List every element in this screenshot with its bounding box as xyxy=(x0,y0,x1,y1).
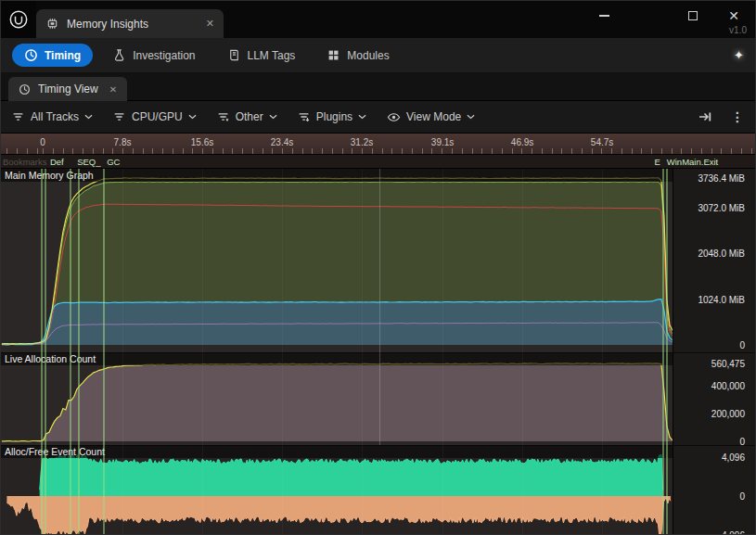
toolbar-button-llm-tags[interactable]: LLM Tags xyxy=(215,44,308,67)
memory-chip-icon xyxy=(45,17,59,31)
track-live-allocation-count[interactable] xyxy=(1,352,673,445)
bookmark-label[interactable]: SEQ_ xyxy=(77,157,100,167)
tab-timing-view-label: Timing View xyxy=(38,83,98,96)
toolbar-label-investigation: Investigation xyxy=(133,49,195,62)
scale-label: 2048.0 MiB xyxy=(698,248,745,259)
memory-insights-tab[interactable]: Memory Insights ✕ xyxy=(36,9,224,38)
bookmark-label[interactable]: GC xyxy=(107,157,120,167)
scale-label: 1024.0 MiB xyxy=(698,294,745,304)
dropdown-label: Plugins xyxy=(316,110,352,123)
tab-close-icon[interactable]: ✕ xyxy=(109,84,117,95)
filter-list-icon xyxy=(113,110,126,123)
dropdown-label: CPU/GPU xyxy=(132,110,183,123)
free-events-area xyxy=(6,496,671,535)
bookmark-label[interactable]: WinMain.Exit xyxy=(667,157,718,167)
dropdown-all-tracks[interactable]: All Tracks xyxy=(12,110,93,123)
scale-label: -4,096 xyxy=(719,530,745,535)
dropdown-label: View Mode xyxy=(406,110,461,123)
memory-insights-window: Memory Insights ✕ ✕ v1.0 Timing Investig… xyxy=(0,0,756,535)
filter-toolbar-right: ⋮ xyxy=(698,109,744,124)
value-scale-live-allocation: 560,475400,000200,0000 xyxy=(673,352,756,445)
tab-close-icon[interactable]: ✕ xyxy=(206,18,214,30)
ruler-tick-label: 15.6s xyxy=(191,137,213,147)
tab-title: Memory Insights xyxy=(67,18,148,31)
unreal-logo-icon[interactable] xyxy=(1,1,36,38)
toolbar-button-timing[interactable]: Timing xyxy=(12,44,93,67)
ruler-tick-label: 7.8s xyxy=(114,137,132,147)
value-scale-main-memory: 3736.4 MiB3072.0 MiB2048.0 MiB1024.0 MiB… xyxy=(673,169,756,352)
toolbar-button-modules[interactable]: Modules xyxy=(314,44,401,67)
scale-label: 560,475 xyxy=(711,359,745,369)
tab-timing-view[interactable]: Timing View ✕ xyxy=(8,77,127,101)
value-scale-event-count: 4,0960-4,096 xyxy=(673,445,756,535)
ruler-tick-label: 54.7s xyxy=(591,137,613,147)
minimize-icon xyxy=(599,15,609,17)
scale-label: 200,000 xyxy=(711,409,745,419)
dropdown-label: Other xyxy=(236,110,263,123)
toolbar-label-timing: Timing xyxy=(45,49,81,62)
dropdown-other[interactable]: Other xyxy=(217,110,277,123)
ruler-tick-label: 39.1s xyxy=(431,137,454,147)
dropdown-view-mode[interactable]: View Mode xyxy=(387,110,475,124)
scale-label: 3736.4 MiB xyxy=(698,173,745,184)
filter-toolbar: All Tracks CPU/GPU Other xyxy=(1,101,755,134)
bookmark-label[interactable]: Def xyxy=(50,157,64,167)
toolbar-label-llm-tags: LLM Tags xyxy=(248,49,296,62)
bookmarks-row[interactable]: Bookmarks DefSEQ_GCEWinMain.Exit xyxy=(1,155,755,169)
main-toolbar: Timing Investigation LLM Tags Modules xyxy=(1,38,755,73)
bookmarks-row-label: Bookmarks xyxy=(3,157,47,167)
clock-icon xyxy=(19,83,31,96)
dropdown-plugins[interactable]: Plugins xyxy=(298,110,366,123)
ruler-tick-label: 31.2s xyxy=(351,137,373,147)
version-label: v1.0 xyxy=(729,25,747,35)
chevron-down-icon xyxy=(269,114,277,120)
used-physical-area xyxy=(2,299,673,345)
dropdown-cpu-gpu[interactable]: CPU/GPU xyxy=(113,110,197,123)
bookmark-label[interactable]: E xyxy=(655,157,660,167)
modules-grid-icon xyxy=(327,48,340,62)
track-header-alloc-free-event-count[interactable]: Alloc/Free Event Count xyxy=(1,445,673,458)
ruler-tick-label: 0 xyxy=(40,137,45,147)
dropdown-label: All Tracks xyxy=(31,110,79,123)
toolbar-button-investigation[interactable]: Investigation xyxy=(100,44,207,67)
scale-label: 0 xyxy=(739,491,745,502)
ruler-tick-label: 46.9s xyxy=(511,137,533,147)
clock-icon xyxy=(24,48,38,62)
jump-to-end-icon[interactable] xyxy=(698,109,712,124)
live-allocations-area xyxy=(2,363,673,441)
track-header-live-allocation-count[interactable]: Live Allocation Count xyxy=(1,352,673,365)
ruler-tick-label: 23.4s xyxy=(271,137,293,147)
kebab-menu-icon[interactable]: ⋮ xyxy=(731,109,744,124)
alloc-free-event-plot[interactable] xyxy=(1,446,673,535)
window-controls: ✕ xyxy=(594,6,744,25)
scale-label: 400,000 xyxy=(711,381,745,391)
time-ruler[interactable]: 07.8s15.6s23.4s31.2s39.1s46.9s54.7s xyxy=(1,134,755,155)
titlebar: Memory Insights ✕ ✕ v1.0 xyxy=(1,1,755,38)
track-alloc-free-event-count[interactable] xyxy=(1,445,673,535)
filter-list-icon xyxy=(12,110,25,123)
eye-icon xyxy=(387,110,401,124)
maximize-icon xyxy=(688,11,698,20)
track-main-memory-graph[interactable] xyxy=(1,169,673,352)
chevron-down-icon xyxy=(188,114,197,120)
chevron-down-icon xyxy=(467,114,475,120)
minimize-button[interactable] xyxy=(594,6,614,25)
chevron-down-icon xyxy=(84,114,93,120)
maximize-button[interactable] xyxy=(683,6,703,25)
live-allocation-plot[interactable] xyxy=(1,353,673,445)
track-header-main-memory-graph[interactable]: Main Memory Graph xyxy=(1,169,673,182)
filter-star-icon xyxy=(217,110,230,123)
main-memory-graph-plot[interactable] xyxy=(1,169,673,352)
scale-label: 3072.0 MiB xyxy=(698,203,745,213)
scale-label: 0 xyxy=(739,340,745,350)
firefly-icon[interactable]: ✦ xyxy=(734,48,744,62)
filter-plugin-icon xyxy=(298,110,311,123)
close-button[interactable]: ✕ xyxy=(724,6,744,25)
unreal-logo-glyph xyxy=(8,9,29,30)
book-icon xyxy=(227,48,241,62)
flask-icon xyxy=(112,48,126,62)
view-tabbar: Timing View ✕ xyxy=(1,73,755,101)
toolbar-label-modules: Modules xyxy=(347,49,389,62)
chevron-down-icon xyxy=(358,114,366,120)
scale-label: 4,096 xyxy=(722,452,745,462)
